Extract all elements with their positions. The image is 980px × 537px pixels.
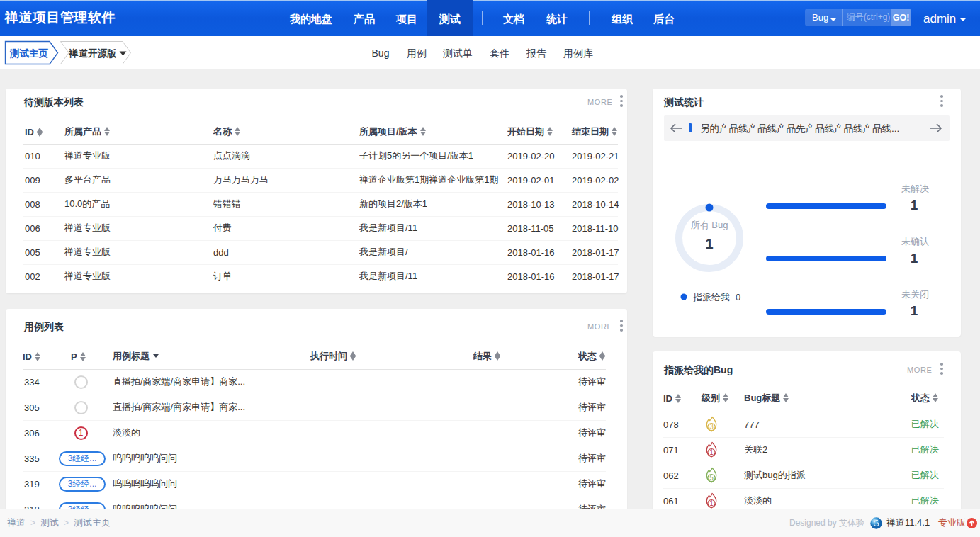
svg-text:未确认: 未确认 (901, 236, 929, 247)
svg-text:未关闭: 未关闭 (901, 289, 929, 300)
svg-text:1: 1 (705, 236, 713, 251)
svg-text:1: 1 (709, 499, 714, 507)
svg-text:3: 3 (709, 423, 714, 431)
svg-text:禅道开源版: 禅道开源版 (68, 48, 117, 59)
svg-text:1: 1 (911, 198, 918, 213)
svg-text:1: 1 (709, 448, 714, 456)
svg-text:0: 0 (736, 292, 740, 303)
svg-text:5: 5 (709, 474, 714, 482)
svg-text:所有 Bug: 所有 Bug (691, 220, 728, 230)
svg-text:1: 1 (911, 251, 918, 266)
svg-text:1: 1 (911, 303, 918, 318)
svg-text:指派给我: 指派给我 (692, 292, 730, 303)
svg-text:测试主页: 测试主页 (9, 48, 49, 59)
svg-text:未解决: 未解决 (901, 183, 929, 194)
